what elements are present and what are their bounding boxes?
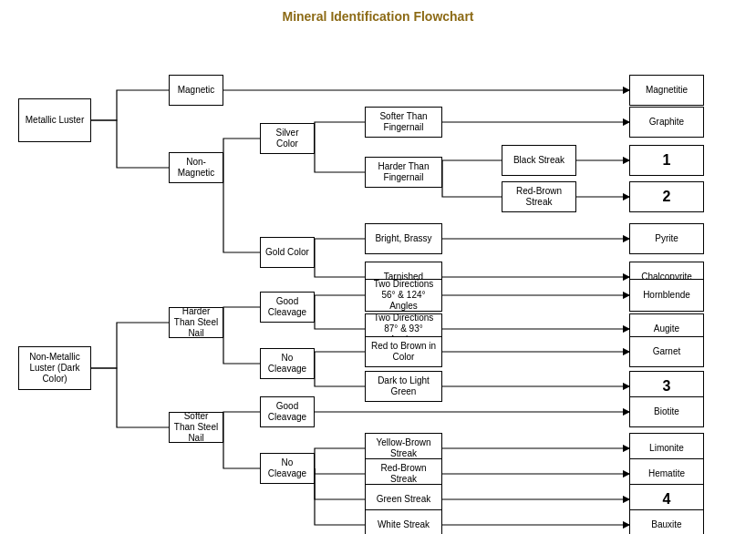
gold-color-node: Gold Color — [260, 237, 315, 268]
graphite-node: Graphite — [629, 107, 704, 138]
white-streak-node: White Streak — [365, 509, 442, 534]
softer-steel-node: Softer Than Steel Nail — [169, 412, 223, 443]
no-cleavage-2-node: No Cleavage — [260, 453, 315, 484]
red-to-brown-node: Red to Brown in Color — [365, 336, 442, 367]
dark-to-light-node: Dark to Light Green — [365, 371, 442, 402]
biotite-node: Biotite — [629, 396, 704, 427]
metallic-luster-node: Metallic Luster — [18, 98, 91, 142]
garnet-node: Garnet — [629, 336, 704, 367]
two-dir-56-node: Two Directions 56° & 124° Angles — [365, 279, 442, 312]
magnetic-node: Magnetic — [169, 75, 223, 106]
red-brown-streak-node: Red-Brown Streak — [502, 181, 576, 212]
non-magnetic-node: Non-Magnetic — [169, 152, 223, 183]
num2-node: 2 — [629, 181, 704, 212]
hornblende-node: Hornblende — [629, 279, 704, 312]
bauxite-node: Bauxite — [629, 509, 704, 534]
harder-steel-node: Harder Than Steel Nail — [169, 307, 223, 338]
softer-fingernail-node: Softer Than Fingernail — [365, 107, 442, 138]
no-cleavage-1-node: No Cleavage — [260, 348, 315, 379]
num1-node: 1 — [629, 145, 704, 176]
harder-fingernail-node: Harder Than Fingernail — [365, 157, 442, 188]
bright-brassy-node: Bright, Brassy — [365, 223, 442, 254]
page-title: Mineral Identification Flowchart — [9, 9, 747, 24]
good-cleavage-1-node: Good Cleavage — [260, 292, 315, 323]
non-metallic-luster-node: Non-Metallic Luster (Dark Color) — [18, 346, 91, 390]
pyrite-node: Pyrite — [629, 223, 704, 254]
silver-color-node: Silver Color — [260, 123, 315, 154]
flowchart: Metallic Luster Magnetic Non-Magnetic Si… — [9, 31, 747, 534]
page: Mineral Identification Flowchart — [0, 0, 756, 534]
good-cleavage-2-node: Good Cleavage — [260, 396, 315, 427]
black-streak-node: Black Streak — [502, 145, 576, 176]
magnetite-node: Magnetitie — [629, 75, 704, 106]
